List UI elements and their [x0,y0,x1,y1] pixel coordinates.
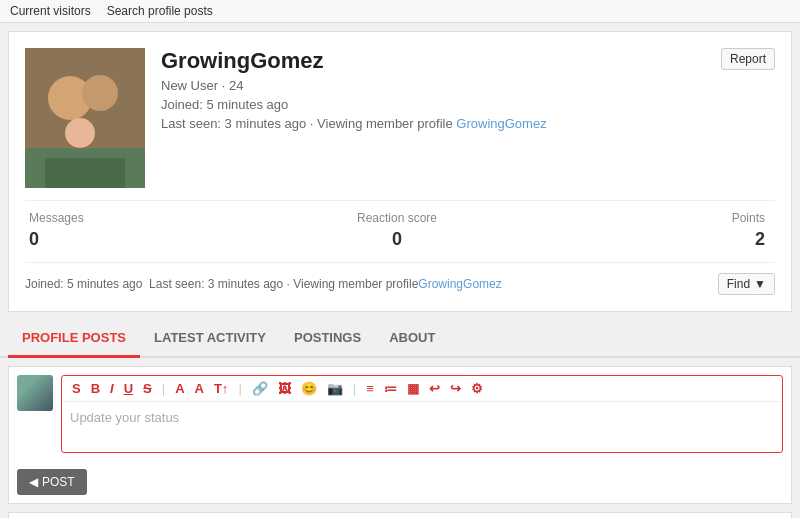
stat-points: Points 2 [520,211,775,250]
profile-lastseen-link[interactable]: GrowingGomez [456,116,546,131]
current-visitors-link[interactable]: Current visitors [10,4,91,18]
editor-placeholder: Update your status [70,410,179,425]
report-button[interactable]: Report [721,48,775,70]
toolbar-image-btn[interactable]: 🖼 [276,380,293,397]
toolbar-highlight-btn[interactable]: A [193,380,206,397]
editor-avatar [17,375,53,411]
toolbar-redo-btn[interactable]: ↪ [448,380,463,397]
editor-toolbar: S B I U S | A A T↑ | 🔗 🖼 😊 📷 | ≡ ≔ ▦ ↩ ↪ [62,376,782,402]
info-bar: Joined: 5 minutes ago Last seen: 3 minut… [25,262,775,295]
avatar-large [25,48,145,188]
stats-row: Messages 0 Reaction score 0 Points 2 [25,200,775,250]
profile-top: GrowingGomez New User · 24 Joined: 5 min… [25,48,775,188]
reaction-value: 0 [274,229,519,250]
infobar-lastseen: Last seen: 3 minutes ago · Viewing membe… [149,277,418,291]
toolbar-media-btn[interactable]: 📷 [325,380,345,397]
profile-role: New User · 24 [161,78,705,93]
toolbar-color-btn[interactable]: A [173,380,186,397]
svg-rect-5 [45,158,125,188]
toolbar-settings-btn[interactable]: ⚙ [469,380,485,397]
points-value: 2 [520,229,765,250]
search-profile-posts-link[interactable]: Search profile posts [107,4,213,18]
editor-input[interactable]: Update your status [62,402,782,452]
infobar-joined: Joined: 5 minutes ago [25,277,142,291]
toolbar-font-btn[interactable]: S [70,380,83,397]
editor-box: S B I U S | A A T↑ | 🔗 🖼 😊 📷 | ≡ ≔ ▦ ↩ ↪ [61,375,783,453]
reaction-label: Reaction score [274,211,519,225]
post-button[interactable]: ◀ POST [17,469,87,495]
messages-label: Messages [29,211,274,225]
post-icon: ◀ [29,475,38,489]
toolbar-table-btn[interactable]: ▦ [405,380,421,397]
profile-joined: Joined: 5 minutes ago [161,97,705,112]
toolbar-text-size-btn[interactable]: T↑ [212,380,230,397]
infobar-link[interactable]: GrowingGomez [418,277,501,291]
profile-card: GrowingGomez New User · 24 Joined: 5 min… [8,31,792,312]
post-item: GrowingGomez · A moment ago Hi everyone!… [8,512,792,518]
points-label: Points [520,211,765,225]
report-button-wrapper: Report [721,48,775,70]
toolbar-align-btn[interactable]: ≡ [364,380,376,397]
toolbar-link-btn[interactable]: 🔗 [250,380,270,397]
toolbar-strike-btn[interactable]: S [141,380,154,397]
top-nav: Current visitors Search profile posts [0,0,800,23]
toolbar-bold-btn[interactable]: B [89,380,102,397]
editor-section: S B I U S | A A T↑ | 🔗 🖼 😊 📷 | ≡ ≔ ▦ ↩ ↪ [8,366,792,504]
stat-reaction: Reaction score 0 [274,211,519,250]
find-button[interactable]: Find ▼ [718,273,775,295]
chevron-down-icon: ▼ [754,277,766,291]
tab-profile-posts[interactable]: PROFILE POSTS [8,320,140,358]
tab-about[interactable]: ABOUT [375,320,449,358]
svg-point-2 [82,75,118,111]
tab-latest-activity[interactable]: LATEST ACTIVITY [140,320,280,358]
tab-postings[interactable]: POSTINGS [280,320,375,358]
profile-lastseen: Last seen: 3 minutes ago · Viewing membe… [161,116,705,131]
editor-footer: ◀ POST [9,461,791,503]
toolbar-italic-btn[interactable]: I [108,380,116,397]
messages-value: 0 [29,229,274,250]
svg-point-3 [65,118,95,148]
profile-username: GrowingGomez [161,48,705,74]
profile-info: GrowingGomez New User · 24 Joined: 5 min… [161,48,705,131]
stat-messages: Messages 0 [25,211,274,250]
editor-top: S B I U S | A A T↑ | 🔗 🖼 😊 📷 | ≡ ≔ ▦ ↩ ↪ [9,367,791,461]
toolbar-undo-btn[interactable]: ↩ [427,380,442,397]
tabs-bar: PROFILE POSTS LATEST ACTIVITY POSTINGS A… [0,320,800,358]
toolbar-emoji-btn[interactable]: 😊 [299,380,319,397]
toolbar-list-btn[interactable]: ≔ [382,380,399,397]
toolbar-underline-btn[interactable]: U [122,380,135,397]
